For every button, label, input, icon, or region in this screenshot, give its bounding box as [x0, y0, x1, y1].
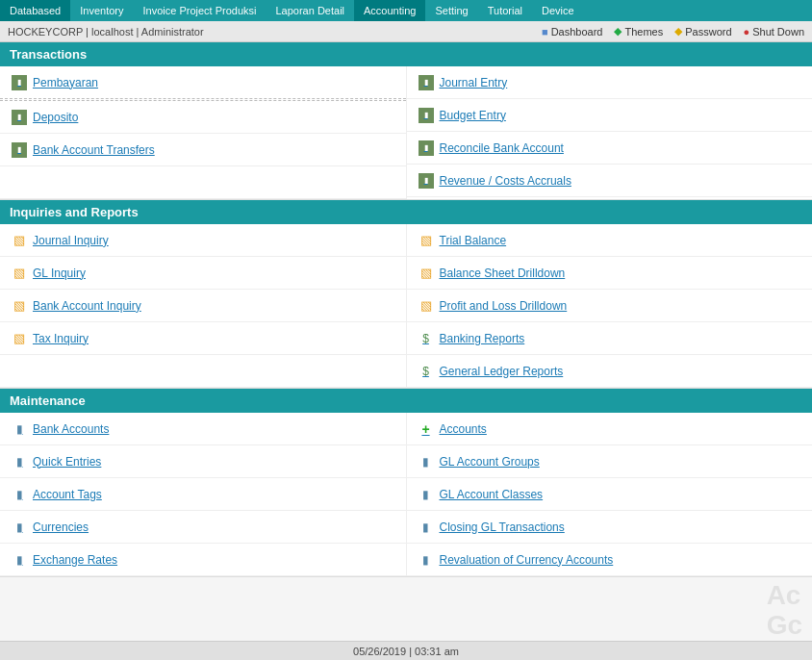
banking-reports-icon: $	[419, 331, 434, 346]
banking-reports-item[interactable]: $ Banking Reports	[407, 322, 813, 355]
server-name: localhost	[91, 26, 133, 38]
closing-gl-item[interactable]: ▮ Closing GL Transactions	[407, 511, 813, 544]
themes-button[interactable]: ◆ Themes	[614, 25, 663, 38]
maintenance-left: ▮ Bank Accounts ▮ Quick Entries ▮ Accoun…	[0, 413, 407, 576]
nav-device[interactable]: Device	[532, 0, 584, 21]
shutdown-icon: ●	[744, 26, 750, 38]
top-navigation: Databased Inventory Invoice Project Prod…	[0, 0, 812, 21]
journal-inquiry-item[interactable]: ▧ Journal Inquiry	[0, 224, 406, 257]
quick-entries-icon: ▮	[12, 454, 27, 470]
bank-transfers-item[interactable]: ▮ Bank Account Transfers	[0, 134, 406, 166]
maintenance-header: Maintenance	[0, 389, 812, 413]
reconcile-bank-item[interactable]: ▮ Reconcile Bank Account	[407, 132, 813, 165]
revenue-costs-item[interactable]: ▮ Revenue / Costs Accruals	[407, 165, 813, 197]
nav-laporan[interactable]: Laporan Detail	[266, 0, 354, 21]
tax-inquiry-item[interactable]: ▧ Tax Inquiry	[0, 322, 406, 355]
transactions-right: ▮ Journal Entry ▮ Budget Entry ▮ Reconci…	[407, 66, 813, 199]
trial-balance-icon: ▧	[419, 233, 434, 248]
inquiries-left: ▧ Journal Inquiry ▧ GL Inquiry ▧ Bank Ac…	[0, 224, 407, 388]
main-content: Transactions ▮ Pembayaran ▮ Deposito ▮ B…	[0, 42, 812, 641]
currencies-icon: ▮	[12, 520, 27, 535]
budget-entry-item[interactable]: ▮ Budget Entry	[407, 99, 813, 132]
gl-account-groups-item[interactable]: ▮ GL Account Groups	[407, 445, 813, 478]
deposito-item[interactable]: ▮ Deposito	[0, 101, 406, 134]
trial-balance-item[interactable]: ▧ Trial Balance	[407, 224, 813, 257]
revaluation-icon: ▮	[419, 552, 434, 568]
deposito-icon: ▮	[12, 110, 27, 125]
dashboard-button[interactable]: ■ Dashboard	[542, 26, 602, 38]
bank-transfers-icon: ▮	[12, 142, 27, 158]
transactions-left-empty	[0, 166, 406, 199]
gl-account-classes-icon: ▮	[419, 487, 434, 502]
header-actions: ■ Dashboard ◆ Themes ◆ Password ● Shut D…	[542, 25, 804, 38]
maintenance-right: + Accounts ▮ GL Account Groups ▮ GL Acco…	[407, 413, 813, 576]
datetime-display: 05/26/2019 | 03:31 am	[353, 646, 459, 657]
exchange-rates-item[interactable]: ▮ Exchange Rates	[0, 544, 406, 576]
shutdown-button[interactable]: ● Shut Down	[744, 26, 804, 38]
gl-inquiry-icon: ▧	[12, 266, 27, 281]
password-button[interactable]: ◆ Password	[674, 25, 731, 38]
gl-account-classes-item[interactable]: ▮ GL Account Classes	[407, 478, 813, 511]
themes-icon: ◆	[614, 25, 622, 38]
general-ledger-reports-item[interactable]: $ General Ledger Reports	[407, 355, 813, 388]
gl-inquiry-item[interactable]: ▧ GL Inquiry	[0, 257, 406, 290]
transactions-left: ▮ Pembayaran ▮ Deposito ▮ Bank Account T…	[0, 66, 407, 199]
reconcile-bank-icon: ▮	[419, 140, 434, 156]
currencies-item[interactable]: ▮ Currencies	[0, 511, 406, 544]
nav-accounting[interactable]: Accounting	[354, 0, 425, 21]
profit-loss-item[interactable]: ▧ Profit and Loss Drilldown	[407, 290, 813, 322]
balance-sheet-item[interactable]: ▧ Balance Sheet Drilldown	[407, 257, 813, 290]
journal-entry-icon: ▮	[419, 75, 434, 90]
nav-inventory[interactable]: Inventory	[70, 0, 133, 21]
exchange-rates-icon: ▮	[12, 552, 27, 568]
journal-inquiry-icon: ▧	[12, 233, 27, 248]
bank-accounts-item[interactable]: ▮ Bank Accounts	[0, 413, 406, 445]
account-tags-icon: ▮	[12, 487, 27, 502]
journal-entry-item[interactable]: ▮ Journal Entry	[407, 66, 813, 99]
general-ledger-reports-icon: $	[419, 364, 434, 379]
account-tags-item[interactable]: ▮ Account Tags	[0, 478, 406, 511]
inquiries-right: ▧ Trial Balance ▧ Balance Sheet Drilldow…	[407, 224, 813, 388]
bank-account-inquiry-item[interactable]: ▧ Bank Account Inquiry	[0, 290, 406, 322]
gl-account-groups-icon: ▮	[419, 454, 434, 470]
accounts-icon: +	[419, 421, 434, 437]
dashboard-icon: ■	[542, 26, 548, 38]
company-info: HOCKEYCORP | localhost | Administrator	[8, 26, 204, 38]
pembayaran-item[interactable]: ▮ Pembayaran	[0, 66, 406, 99]
bank-accounts-icon: ▮	[12, 421, 27, 437]
pembayaran-icon: ▮	[12, 75, 27, 90]
closing-gl-icon: ▮	[419, 520, 434, 535]
nav-invoice[interactable]: Invoice Project Produksi	[133, 0, 266, 21]
budget-entry-icon: ▮	[419, 108, 434, 123]
tax-inquiry-icon: ▧	[12, 331, 27, 346]
inquiries-header: Inquiries and Reports	[0, 200, 812, 224]
revaluation-item[interactable]: ▮ Revaluation of Currency Accounts	[407, 544, 813, 576]
balance-sheet-icon: ▧	[419, 266, 434, 281]
accounts-item[interactable]: + Accounts	[407, 413, 813, 445]
transactions-body: ▮ Pembayaran ▮ Deposito ▮ Bank Account T…	[0, 66, 812, 200]
maintenance-body: ▮ Bank Accounts ▮ Quick Entries ▮ Accoun…	[0, 413, 812, 577]
profit-loss-icon: ▧	[419, 298, 434, 314]
revenue-costs-icon: ▮	[419, 173, 434, 189]
status-bar: 05/26/2019 | 03:31 am	[0, 641, 812, 660]
nav-databased[interactable]: Databased	[0, 0, 70, 21]
company-name: HOCKEYCORP	[8, 26, 83, 38]
transactions-header: Transactions	[0, 42, 812, 66]
nav-tutorial[interactable]: Tutorial	[478, 0, 532, 21]
header-bar: HOCKEYCORP | localhost | Administrator ■…	[0, 21, 812, 42]
password-icon: ◆	[674, 25, 682, 38]
nav-setting[interactable]: Setting	[425, 0, 477, 21]
user-name: Administrator	[141, 26, 204, 38]
inquiries-body: ▧ Journal Inquiry ▧ GL Inquiry ▧ Bank Ac…	[0, 224, 812, 389]
quick-entries-item[interactable]: ▮ Quick Entries	[0, 445, 406, 478]
inquiries-left-empty	[0, 355, 406, 388]
bank-account-inquiry-icon: ▧	[12, 298, 27, 314]
